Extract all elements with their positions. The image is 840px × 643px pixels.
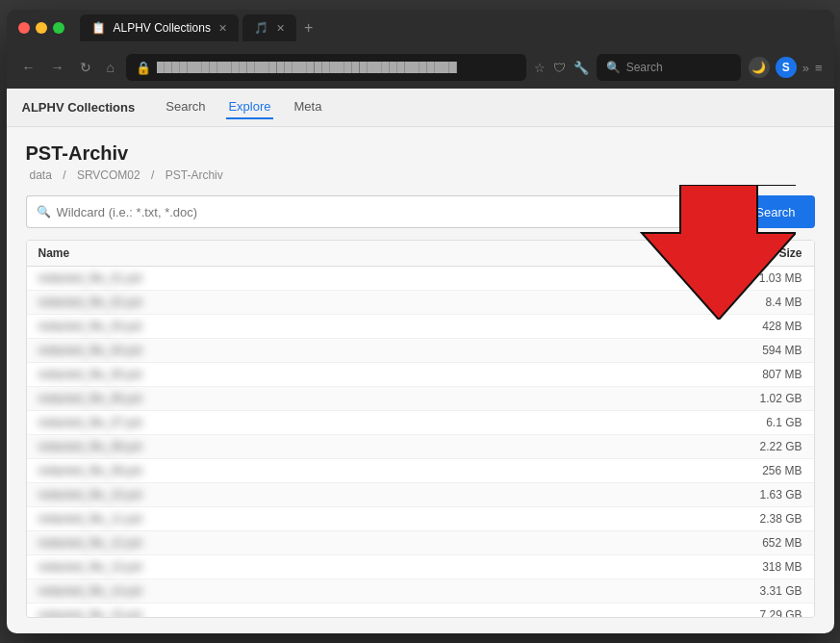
table-row[interactable]: redacted_file_06.pst 1.02 GB	[27, 387, 814, 411]
reload-button[interactable]: ↻	[76, 56, 95, 79]
file-size: 428 MB	[706, 320, 802, 333]
nav-meta[interactable]: Meta	[293, 95, 324, 119]
breadcrumb: data / SRVCOM02 / PST-Archiv	[26, 168, 815, 182]
file-size: 1.02 GB	[706, 392, 802, 405]
search-bar: 🔍 Search	[26, 195, 815, 228]
file-size: 3.31 GB	[706, 584, 802, 598]
file-name: redacted_file_11.pst	[38, 512, 706, 526]
tab-music[interactable]: 🎵 ✕	[242, 14, 296, 41]
table-row[interactable]: redacted_file_12.pst 652 MB	[27, 531, 814, 555]
profile-button[interactable]: S	[776, 57, 797, 78]
breadcrumb-srvcom: SRVCOM02	[77, 168, 140, 182]
file-size: 2.38 GB	[706, 512, 802, 526]
maximize-button[interactable]	[53, 22, 64, 34]
browser-search-box[interactable]: 🔍 Search	[597, 54, 741, 81]
url-text: ████████████████████████████████████████	[157, 62, 517, 73]
tab-bar: 📋 ALPHV Collections ✕ 🎵 ✕ +	[80, 14, 823, 41]
table-row[interactable]: redacted_file_15.pst 7.29 GB	[27, 604, 814, 618]
profile-icons: 🌙 S » ≡	[749, 57, 823, 78]
file-size: 807 MB	[706, 368, 802, 381]
minimize-button[interactable]	[36, 22, 47, 34]
file-name: redacted_file_08.pst	[38, 440, 706, 453]
file-name: redacted_file_15.pst	[38, 608, 706, 618]
breadcrumb-pst: PST-Archiv	[165, 168, 223, 182]
addressbar: ← → ↻ ⌂ 🔒 ██████████████████████████████…	[7, 46, 834, 89]
tab-close-button[interactable]: ✕	[218, 22, 227, 35]
browser-window: 📋 ALPHV Collections ✕ 🎵 ✕ + ← → ↻ ⌂ 🔒 ██…	[7, 10, 834, 633]
forward-button[interactable]: →	[47, 56, 68, 79]
breadcrumb-sep2: /	[151, 168, 158, 182]
file-size: 8.4 MB	[706, 296, 802, 309]
music-icon: 🎵	[254, 21, 268, 35]
search-button[interactable]: Search	[736, 195, 814, 228]
file-name: redacted_file_06.pst	[38, 392, 706, 405]
table-row[interactable]: redacted_file_01.pst 1.03 MB	[27, 267, 814, 291]
file-name: redacted_file_05.pst	[38, 368, 706, 381]
file-size: 594 MB	[706, 344, 802, 357]
file-size: 652 MB	[706, 536, 802, 550]
file-name: redacted_file_02.pst	[38, 296, 706, 309]
file-size: 318 MB	[706, 560, 802, 574]
table-row[interactable]: redacted_file_09.pst 256 MB	[27, 459, 814, 483]
table-header: Name Size	[27, 241, 814, 267]
extensions-icon[interactable]: 🔧	[573, 61, 589, 75]
table-row[interactable]: redacted_file_10.pst 1.63 GB	[27, 483, 814, 507]
table-row[interactable]: redacted_file_03.pst 428 MB	[27, 315, 814, 339]
tab2-close-button[interactable]: ✕	[276, 22, 285, 35]
file-size: 6.1 GB	[706, 416, 802, 429]
home-button[interactable]: ⌂	[103, 56, 118, 79]
tab-active[interactable]: 📋 ALPHV Collections ✕	[80, 14, 239, 41]
url-bar[interactable]: 🔒 ██████████████████████████████████████…	[126, 54, 526, 81]
file-size: 7.29 GB	[706, 608, 802, 618]
file-size: 1.03 MB	[706, 271, 802, 285]
file-name: redacted_file_14.pst	[38, 584, 706, 598]
addr-icons: ☆ 🛡 🔧	[534, 61, 589, 75]
tab-label: ALPHV Collections	[114, 21, 211, 35]
moon-icon[interactable]: 🌙	[749, 57, 770, 78]
file-name: redacted_file_07.pst	[38, 416, 706, 429]
file-size: 2.22 GB	[706, 440, 802, 453]
table-row[interactable]: redacted_file_14.pst 3.31 GB	[27, 579, 814, 604]
table-row[interactable]: redacted_file_04.pst 594 MB	[27, 339, 814, 363]
file-name: redacted_file_01.pst	[38, 271, 706, 285]
close-button[interactable]	[18, 22, 30, 34]
table-row[interactable]: redacted_file_11.pst 2.38 GB	[27, 507, 814, 531]
file-size: 256 MB	[706, 464, 802, 477]
file-name: redacted_file_03.pst	[38, 320, 706, 333]
tab-icon: 📋	[91, 21, 106, 35]
nav-explore[interactable]: Explore	[226, 95, 272, 119]
breadcrumb-data: data	[30, 168, 52, 182]
wildcard-search-input[interactable]	[57, 205, 727, 219]
nav-search[interactable]: Search	[164, 95, 207, 119]
search-icon: 🔍	[606, 61, 621, 74]
col-size-header: Size	[706, 246, 802, 260]
file-name: redacted_file_12.pst	[38, 536, 706, 550]
table-row[interactable]: redacted_file_05.pst 807 MB	[27, 363, 814, 387]
titlebar: 📋 ALPHV Collections ✕ 🎵 ✕ +	[7, 10, 834, 46]
file-name: redacted_file_04.pst	[38, 344, 706, 357]
table-row[interactable]: redacted_file_07.pst 6.1 GB	[27, 411, 814, 435]
table-row[interactable]: redacted_file_08.pst 2.22 GB	[27, 435, 814, 459]
file-name: redacted_file_13.pst	[38, 560, 706, 574]
search-icon: 🔍	[37, 205, 51, 219]
main-area: PST-Archiv data / SRVCOM02 / PST-Archiv …	[7, 127, 834, 633]
new-tab-button[interactable]: +	[300, 19, 317, 37]
breadcrumb-sep1: /	[63, 168, 69, 182]
table-row[interactable]: redacted_file_02.pst 8.4 MB	[27, 291, 814, 315]
table-row[interactable]: redacted_file_13.pst 318 MB	[27, 555, 814, 579]
app-content: ALPHV Collections Search Explore Meta PS…	[7, 89, 834, 633]
file-size: 1.63 GB	[706, 488, 802, 502]
search-placeholder: Search	[626, 61, 663, 74]
traffic-lights	[18, 22, 64, 34]
file-name: redacted_file_10.pst	[38, 488, 706, 502]
back-button[interactable]: ←	[18, 56, 39, 79]
more-button[interactable]: »	[802, 61, 809, 75]
page-title: PST-Archiv	[26, 142, 815, 165]
bookmark-icon[interactable]: ☆	[534, 61, 546, 75]
menu-button[interactable]: ≡	[815, 61, 823, 75]
app-nav: ALPHV Collections Search Explore Meta	[7, 89, 834, 127]
col-name-header: Name	[38, 246, 706, 260]
file-name: redacted_file_09.pst	[38, 464, 706, 477]
shield-icon[interactable]: 🛡	[553, 61, 566, 75]
search-input-wrap: 🔍	[26, 195, 737, 228]
